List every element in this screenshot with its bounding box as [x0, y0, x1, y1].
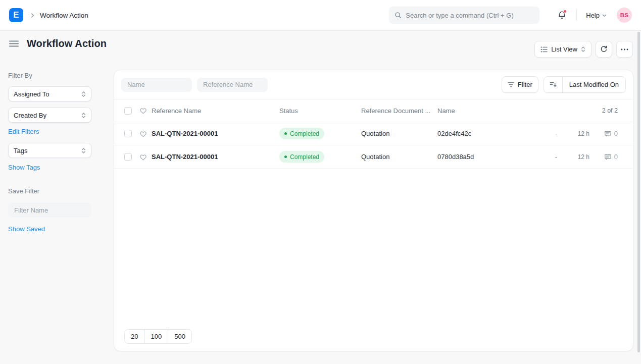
- page-length-100-button[interactable]: 100: [144, 329, 168, 344]
- app-logo-letter: E: [13, 10, 19, 20]
- row-reference-document: Quotation: [361, 130, 437, 137]
- help-label: Help: [586, 12, 600, 19]
- comment-count: 0: [614, 153, 618, 161]
- sidebar-toggle-icon[interactable]: [8, 38, 20, 49]
- row-name: 02de4fc42c: [437, 130, 551, 137]
- ellipsis-icon: [621, 48, 628, 50]
- status-label: Completed: [290, 153, 319, 161]
- list-filter-bar: Filter Last Modified On: [114, 70, 633, 99]
- chevron-right-icon: [30, 13, 35, 18]
- select-caret-icon: [81, 112, 86, 119]
- result-count: 2 of 2: [551, 107, 618, 114]
- table-row[interactable]: SAL-QTN-2021-00001 Completed Quotation 0…: [114, 145, 633, 169]
- notifications-bell[interactable]: [558, 11, 566, 20]
- assigned-to-value: Assigned To: [14, 90, 50, 98]
- like-heart-icon[interactable]: [139, 130, 152, 137]
- list-view-icon: [540, 46, 548, 53]
- like-heart-icon[interactable]: [139, 153, 152, 161]
- list-view-card: Filter Last Modified On Reference Name S…: [114, 70, 633, 351]
- show-tags-link[interactable]: Show Tags: [8, 164, 91, 171]
- refresh-button[interactable]: [596, 41, 612, 58]
- global-search[interactable]: [389, 7, 539, 24]
- sort-field-button[interactable]: Last Modified On: [563, 77, 625, 92]
- row-assigned-to: -: [551, 153, 561, 161]
- status-label: Completed: [290, 130, 319, 137]
- show-saved-link[interactable]: Show Saved: [8, 225, 91, 233]
- sort-control: Last Modified On: [544, 76, 626, 93]
- user-avatar[interactable]: BS: [617, 8, 632, 23]
- status-dot-icon: [284, 132, 287, 135]
- navbar-divider: [576, 10, 577, 21]
- vertical-scrollbar[interactable]: [637, 32, 640, 352]
- created-by-select[interactable]: Created By: [8, 108, 91, 123]
- avatar-initials: BS: [620, 12, 628, 18]
- help-menu[interactable]: Help: [586, 12, 607, 19]
- page-header: Workflow Action: [8, 38, 107, 49]
- edit-filters-link[interactable]: Edit Filters: [8, 128, 91, 135]
- search-input[interactable]: [406, 12, 534, 19]
- tags-select[interactable]: Tags: [8, 143, 91, 158]
- page-length-500-button[interactable]: 500: [168, 329, 192, 344]
- select-caret-icon: [81, 147, 86, 154]
- sort-descending-icon: [550, 81, 557, 88]
- table-row[interactable]: SAL-QTN-2021-00001 Completed Quotation 0…: [114, 122, 633, 145]
- row-reference-name-link[interactable]: SAL-QTN-2021-00001: [152, 153, 218, 161]
- app-logo[interactable]: E: [9, 8, 23, 22]
- row-checkbox[interactable]: [124, 153, 132, 161]
- row-name: 0780d38a5d: [437, 153, 551, 161]
- select-caret-icon: [581, 46, 585, 53]
- reference-name-filter-input[interactable]: [197, 78, 268, 92]
- comment-count: 0: [614, 130, 618, 137]
- select-caret-icon: [81, 91, 86, 97]
- navbar: E Workflow Action Help BS: [0, 0, 641, 31]
- filter-button[interactable]: Filter: [502, 76, 538, 93]
- page-actions: List View: [534, 41, 633, 58]
- tags-value: Tags: [14, 147, 27, 154]
- column-header-reference-document: Reference Document ...: [361, 107, 437, 115]
- row-modified-time: 12 h: [561, 153, 589, 161]
- view-switcher-label: List View: [551, 45, 577, 53]
- comment-icon: [604, 153, 612, 161]
- filter-by-label: Filter By: [8, 72, 91, 79]
- status-badge: Completed: [279, 128, 324, 139]
- row-reference-document: Quotation: [361, 153, 437, 161]
- comment-icon: [604, 130, 612, 137]
- column-header-name: Name: [437, 107, 551, 115]
- view-switcher-button[interactable]: List View: [534, 41, 591, 58]
- select-all-checkbox[interactable]: [124, 107, 132, 115]
- page-length-20-button[interactable]: 20: [124, 329, 144, 344]
- save-filter-label: Save Filter: [8, 187, 91, 195]
- menu-more-button[interactable]: [616, 41, 633, 58]
- sort-direction-button[interactable]: [544, 77, 563, 92]
- like-filter-heart-icon[interactable]: [139, 107, 152, 114]
- created-by-value: Created By: [14, 112, 46, 119]
- column-header-reference-name: Reference Name: [152, 107, 279, 115]
- row-reference-name-link[interactable]: SAL-QTN-2021-00001: [152, 130, 218, 137]
- page-title: Workflow Action: [27, 38, 107, 49]
- filter-name-input[interactable]: [8, 202, 91, 218]
- name-filter-input[interactable]: [121, 78, 192, 92]
- row-checkbox[interactable]: [124, 130, 132, 137]
- refresh-icon: [600, 45, 608, 53]
- status-badge: Completed: [279, 151, 324, 163]
- filter-icon: [508, 82, 514, 87]
- row-modified-time: 12 h: [561, 130, 589, 137]
- filter-button-label: Filter: [518, 81, 532, 88]
- status-dot-icon: [284, 155, 287, 158]
- assigned-to-select[interactable]: Assigned To: [8, 86, 91, 101]
- page-length-selector: 20 100 500: [124, 329, 192, 344]
- column-header-status: Status: [279, 107, 361, 115]
- chevron-down-icon: [602, 13, 607, 18]
- row-assigned-to: -: [551, 130, 561, 137]
- list-header-row: Reference Name Status Reference Document…: [114, 99, 633, 122]
- breadcrumb[interactable]: Workflow Action: [40, 12, 88, 19]
- search-icon: [395, 12, 402, 19]
